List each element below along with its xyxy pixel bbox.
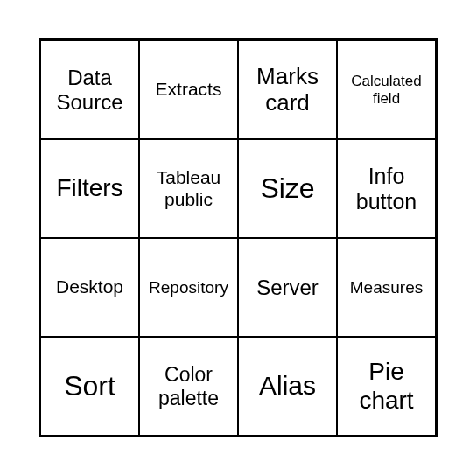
bingo-cell: Data Source [40,40,139,139]
bingo-cell: Desktop [40,238,139,337]
bingo-cell: Alias [238,337,337,436]
bingo-cell: Repository [139,238,238,337]
bingo-cell: Sort [40,337,139,436]
bingo-cell: Color palette [139,337,238,436]
bingo-cell: Measures [337,238,436,337]
bingo-grid: Data Source Extracts Marks card Calculat… [38,38,438,438]
bingo-cell: Server [238,238,337,337]
bingo-cell: Size [238,139,337,238]
bingo-cell: Filters [40,139,139,238]
bingo-cell: Info button [337,139,436,238]
bingo-cell: Tableau public [139,139,238,238]
bingo-cell: Pie chart [337,337,436,436]
bingo-cell: Extracts [139,40,238,139]
bingo-cell: Calculated field [337,40,436,139]
bingo-cell: Marks card [238,40,337,139]
